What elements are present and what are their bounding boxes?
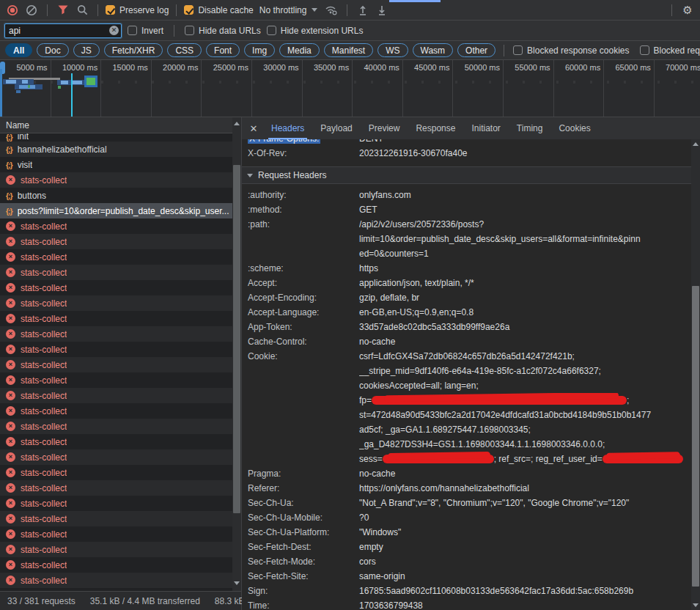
timeline-overview[interactable]: 5000 ms10000 ms15000 ms20000 ms25000 ms3… — [0, 60, 700, 117]
filter-chip-media[interactable]: Media — [279, 43, 320, 57]
json-file-icon: {;} — [6, 191, 12, 200]
section-title: Request Headers — [258, 170, 326, 180]
scroll-up-icon[interactable] — [693, 142, 699, 146]
details-scrollbar[interactable] — [691, 139, 700, 610]
request-row[interactable]: ×stats-collect — [0, 249, 241, 265]
filter-chip-doc[interactable]: Doc — [37, 43, 68, 57]
filter-chip-other[interactable]: Other — [457, 43, 495, 57]
request-name: stats-collect — [21, 375, 67, 386]
details-tabs-bar: ✕ HeadersPayloadPreviewResponseInitiator… — [242, 117, 700, 139]
request-row[interactable]: ×stats-collect — [0, 234, 241, 249]
tab-payload[interactable]: Payload — [313, 117, 359, 139]
scroll-up-icon[interactable] — [234, 122, 240, 125]
blocked-request-icon: × — [6, 314, 15, 323]
request-row[interactable]: ×stats-collect — [0, 265, 241, 280]
settings-button[interactable]: ⚙ — [679, 2, 696, 18]
tab-response[interactable]: Response — [408, 117, 463, 139]
filter-chip-js[interactable]: JS — [73, 43, 100, 57]
record-button[interactable] — [4, 2, 21, 18]
request-row[interactable]: ×stats-collect — [0, 311, 241, 326]
request-row[interactable]: ×stats-collect — [0, 342, 241, 357]
request-row[interactable]: ×stats-collect — [0, 372, 241, 388]
hide-extension-urls-checkbox[interactable]: Hide extension URLs — [267, 26, 364, 36]
header-value: 1703636799438 — [359, 598, 691, 610]
request-details-panel: ✕ HeadersPayloadPreviewResponseInitiator… — [242, 117, 700, 610]
request-row[interactable]: ×stats-collect — [0, 496, 241, 511]
transferred-size: 35.1 kB / 4.4 MB transferred — [83, 596, 207, 606]
filter-chip-ws[interactable]: WS — [377, 43, 408, 57]
tab-timing[interactable]: Timing — [509, 117, 550, 139]
request-row[interactable]: ×stats-collect — [0, 172, 241, 188]
request-row[interactable]: ×stats-collect — [0, 449, 241, 465]
request-list-scrollbar[interactable] — [232, 117, 241, 591]
request-row[interactable]: ×stats-collect — [0, 295, 241, 311]
record-icon — [7, 4, 18, 16]
toolbar-divider — [504, 45, 504, 56]
request-row[interactable]: ×stats-collect — [0, 542, 241, 557]
filter-chip-img[interactable]: Img — [244, 43, 275, 57]
filter-toggle-button[interactable] — [55, 2, 71, 18]
scrollbar-thumb[interactable] — [692, 286, 699, 587]
request-row[interactable]: {;}hannahelizabethofficial — [0, 142, 241, 157]
export-har-button[interactable] — [374, 2, 390, 18]
blocked-request-icon: × — [6, 545, 15, 554]
network-conditions-button[interactable] — [323, 2, 339, 18]
filter-input[interactable] — [4, 23, 122, 38]
scroll-down-icon[interactable] — [234, 581, 240, 585]
request-row[interactable]: ×stats-collect — [0, 480, 241, 496]
tab-headers[interactable]: Headers — [264, 117, 312, 139]
request-row[interactable]: {;}visit — [0, 157, 241, 172]
request-row[interactable]: ×stats-collect — [0, 357, 241, 372]
clear-button[interactable] — [23, 2, 40, 18]
scrollbar-thumb[interactable] — [233, 165, 240, 513]
filter-chip-font[interactable]: Font — [206, 43, 240, 57]
clipped-header-row: X-Frame-Options: DENY — [242, 139, 691, 146]
blocked-request-icon: × — [6, 283, 15, 293]
disable-cache-checkbox[interactable]: Disable cache — [184, 5, 253, 15]
request-headers-section-toggle[interactable]: Request Headers — [242, 166, 691, 184]
request-row[interactable]: ×stats-collect — [0, 280, 241, 295]
request-row[interactable]: ×stats-collect — [0, 434, 241, 449]
tab-initiator[interactable]: Initiator — [464, 117, 507, 139]
hide-data-urls-checkbox[interactable]: Hide data URLs — [185, 26, 261, 36]
tab-preview[interactable]: Preview — [361, 117, 408, 139]
filter-chip-fetch-xhr[interactable]: Fetch/XHR — [104, 43, 163, 57]
request-row[interactable]: ×stats-collect — [0, 326, 241, 342]
request-row[interactable]: {;}posts?limit=10&order=publish_date_des… — [0, 203, 241, 218]
close-details-button[interactable]: ✕ — [245, 120, 262, 137]
filter-chip-wasm[interactable]: Wasm — [413, 43, 454, 57]
request-row[interactable]: {;}init — [0, 133, 241, 142]
request-row[interactable]: ×stats-collect — [0, 465, 241, 480]
request-row[interactable]: ×stats-collect — [0, 388, 241, 403]
blocked-response-cookies-checkbox[interactable]: Blocked response cookies — [513, 45, 629, 56]
request-row[interactable]: ×stats-collect — [0, 218, 241, 234]
invert-checkbox[interactable]: Invert — [128, 26, 163, 36]
blocked-requests-checkbox[interactable]: Blocked requests — [640, 45, 700, 56]
request-row[interactable]: ×stats-collect — [0, 511, 241, 526]
json-file-icon: {;} — [6, 161, 12, 169]
search-button[interactable] — [74, 2, 90, 18]
preserve-log-checkbox[interactable]: Preserve log — [106, 5, 169, 15]
name-column-header[interactable]: Name — [0, 117, 241, 133]
clear-filter-icon[interactable]: ✕ — [109, 26, 119, 35]
request-name: stats-collect — [21, 529, 67, 540]
request-name: stats-collect — [21, 298, 67, 309]
request-row[interactable]: {;}buttons — [0, 188, 241, 203]
devtools-network-panel: Preserve log Disable cache No throttling — [0, 0, 700, 610]
filter-chip-manifest[interactable]: Manifest — [324, 43, 373, 57]
tab-cookies[interactable]: Cookies — [551, 117, 597, 139]
request-row[interactable]: ×stats-collect — [0, 403, 241, 419]
scroll-down-icon[interactable] — [693, 603, 699, 607]
request-row[interactable]: ×stats-collect — [0, 557, 241, 573]
download-icon — [377, 5, 387, 15]
filter-chip-css[interactable]: CSS — [167, 43, 202, 57]
request-row[interactable]: ×stats-collect — [0, 573, 241, 588]
import-har-button[interactable] — [355, 2, 371, 18]
request-row[interactable]: ×stats-collect — [0, 419, 241, 434]
header-name: Accept: — [242, 276, 359, 290]
throttling-dropdown[interactable]: No throttling — [257, 5, 321, 15]
request-row[interactable]: ×stats-collect — [0, 526, 241, 542]
header-value-line: "Windows" — [359, 525, 691, 540]
filter-chip-all[interactable]: All — [5, 43, 32, 57]
blocked-request-icon: × — [6, 375, 15, 385]
